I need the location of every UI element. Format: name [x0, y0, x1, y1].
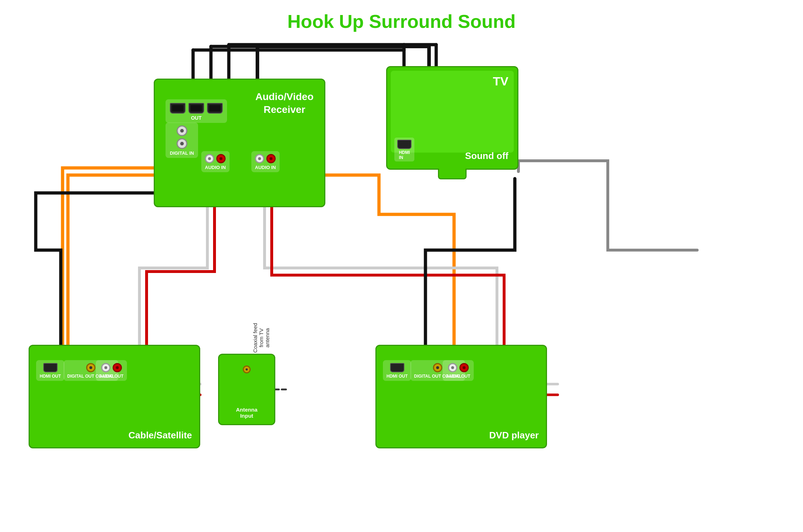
cable-rca-red — [113, 363, 122, 372]
cable-hdmi-out-group: HDMI OUT — [36, 360, 64, 381]
dvd-hdmi-port — [390, 363, 404, 372]
coaxial-feed-label: Coaxial feed from TV antenna — [252, 320, 270, 356]
receiver-hdmi-out-panel: OUT — [166, 99, 227, 123]
cable-hdmi-port — [43, 363, 58, 372]
tv-hdmi-in-panel: HDMI IN — [394, 138, 414, 161]
dvd-player-box: HDMI OUT DIGITAL OUT COAXIAL AUDIO OUT D… — [375, 345, 547, 448]
tv-hdmi-port — [397, 140, 412, 149]
hdmi-port-1 — [170, 103, 186, 114]
antenna-port-group — [243, 366, 251, 373]
audio-in-2-label: AUDIO IN — [255, 165, 276, 170]
dvd-coax-port — [433, 363, 442, 372]
dvd-rca-white — [448, 363, 457, 372]
antenna-input-box: Antenna Input — [218, 354, 275, 425]
dvd-rca-pair — [448, 363, 469, 372]
tv-sound-off-label: Sound off — [465, 150, 508, 161]
tv-hdmi-in-label: HDMI IN — [399, 150, 410, 160]
hdmi-port-3 — [207, 103, 223, 114]
receiver-digital-in-panel: DIGITAL IN — [166, 123, 198, 158]
receiver-audio-in-1: AUDIO IN — [201, 151, 230, 172]
dvd-label: DVD player — [489, 430, 539, 441]
rca-pair-1 — [205, 154, 226, 163]
receiver-box: OUT DIGITAL IN AUDIO IN AUDIO IN Audio/V… — [154, 79, 325, 207]
cable-label: Cable/Satellite — [128, 430, 192, 441]
coax-port-1 — [177, 125, 187, 136]
dvd-hdmi-out-group: HDMI OUT — [383, 360, 411, 381]
page-title: Hook Up Surround Sound — [0, 0, 803, 32]
dvd-audio-out-group: AUDIO OUT — [443, 360, 474, 381]
cable-hdmi-out-label: HDMI OUT — [40, 374, 61, 379]
cable-audio-out-label: AUDIO OUT — [99, 374, 123, 379]
tv-label: TV — [493, 74, 508, 88]
coax-ports — [177, 125, 187, 149]
receiver-hdmi-ports — [170, 103, 223, 114]
antenna-f-connector — [243, 366, 251, 373]
cable-coax-port — [86, 363, 95, 372]
receiver-label: Audio/Video Receiver — [255, 90, 314, 116]
dvd-rca-red — [459, 363, 469, 372]
rca-pair-2 — [255, 154, 276, 163]
coax-port-2 — [177, 138, 187, 149]
hdmi-port-2 — [188, 103, 204, 114]
antenna-input-label: Antenna Input — [236, 407, 257, 419]
rca-white-1 — [205, 154, 214, 163]
rca-red-2 — [266, 154, 276, 163]
cable-audio-out-group: AUDIO OUT — [96, 360, 127, 381]
receiver-out-label: OUT — [191, 115, 202, 121]
cable-rca-pair — [101, 363, 122, 372]
receiver-audio-in-2: AUDIO IN — [251, 151, 280, 172]
cable-rca-white — [101, 363, 110, 372]
tv-box: TV Sound off HDMI IN — [386, 66, 518, 170]
receiver-digital-in-label: DIGITAL IN — [170, 150, 194, 156]
dvd-audio-out-label: AUDIO OUT — [446, 374, 470, 379]
audio-in-1-label: AUDIO IN — [205, 165, 226, 170]
tv-stand — [438, 169, 467, 179]
cable-satellite-box: HDMI OUT DIGITAL OUT COAXIAL AUDIO OUT C… — [29, 345, 200, 448]
rca-white-2 — [255, 154, 264, 163]
dvd-hdmi-out-label: HDMI OUT — [386, 374, 408, 379]
rca-red-1 — [216, 154, 226, 163]
